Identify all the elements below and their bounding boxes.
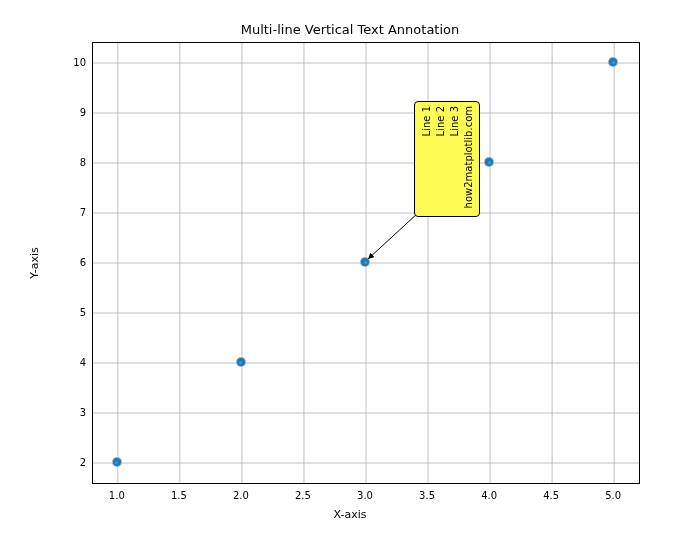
chart-title: Multi-line Vertical Text Annotation bbox=[0, 22, 700, 37]
xtick-label: 5.0 bbox=[605, 490, 621, 501]
figure: Multi-line Vertical Text Annotation 1.0 … bbox=[0, 0, 700, 560]
annotation-box: Line 1 Line 2 Line 3 how2matplotlib.com bbox=[414, 101, 480, 217]
annotation-line: how2matplotlib.com bbox=[463, 106, 475, 208]
scatter-point bbox=[360, 257, 370, 267]
xtick-label: 2.5 bbox=[295, 490, 311, 501]
xtick-label: 2.0 bbox=[233, 490, 249, 501]
ytick-label: 9 bbox=[56, 107, 86, 118]
scatter-point bbox=[236, 357, 246, 367]
annotation-text: Line 1 Line 2 Line 3 how2matplotlib.com bbox=[421, 106, 473, 208]
ytick-label: 10 bbox=[56, 57, 86, 68]
xtick-label: 3.5 bbox=[419, 490, 435, 501]
ytick-label: 8 bbox=[56, 157, 86, 168]
annotation-line: Line 3 bbox=[449, 106, 461, 136]
ytick-label: 3 bbox=[56, 407, 86, 418]
y-axis-label: Y-axis bbox=[28, 247, 41, 278]
x-axis-label: X-axis bbox=[0, 508, 700, 521]
xtick-label: 4.0 bbox=[481, 490, 497, 501]
annotation-line: Line 1 bbox=[421, 106, 433, 136]
xtick-label: 4.5 bbox=[543, 490, 559, 501]
xtick-label: 3.0 bbox=[357, 490, 373, 501]
ytick-label: 7 bbox=[56, 207, 86, 218]
ytick-label: 2 bbox=[56, 457, 86, 468]
annotation-line: Line 2 bbox=[435, 106, 447, 136]
ytick-label: 6 bbox=[56, 257, 86, 268]
xtick-label: 1.0 bbox=[109, 490, 125, 501]
xtick-label: 1.5 bbox=[171, 490, 187, 501]
ytick-label: 5 bbox=[56, 307, 86, 318]
ytick-label: 4 bbox=[56, 357, 86, 368]
scatter-point bbox=[112, 457, 122, 467]
